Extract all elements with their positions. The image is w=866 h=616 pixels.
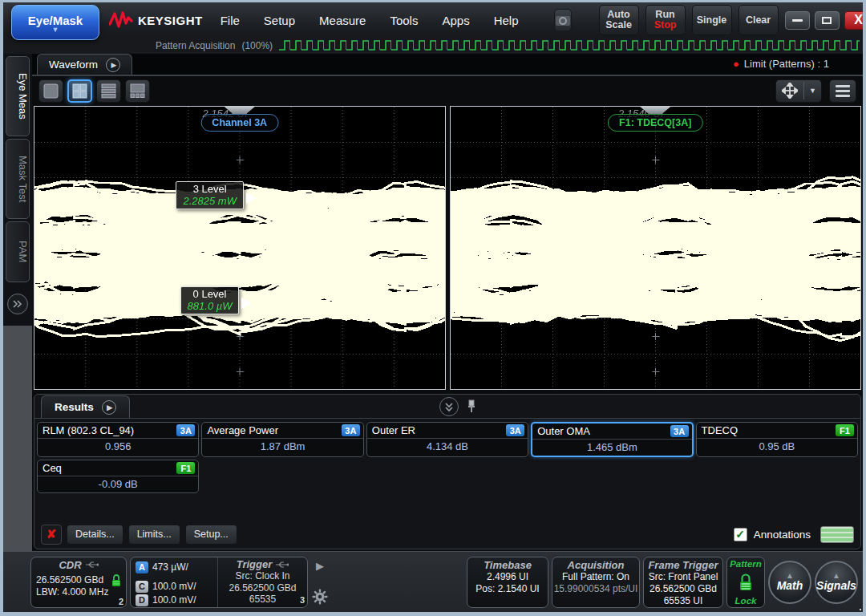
waveform-panel-left[interactable]: 2.1542 UI Channel 3A 3 Level 2.2825 mW 0…	[34, 106, 446, 390]
level3-annotation[interactable]: 3 Level 2.2825 mW	[176, 181, 243, 209]
limits-button[interactable]: Limits...	[128, 525, 180, 545]
mode-selector-button[interactable]: Eye/Mask ▼	[11, 5, 99, 40]
menu-setup[interactable]: Setup	[264, 14, 295, 27]
details-button[interactable]: Details...	[67, 525, 123, 545]
channel-c-badge: C	[136, 581, 148, 593]
measurement-value: 1.465 dBm	[532, 440, 691, 456]
menu-measure[interactable]: Measure	[319, 14, 366, 27]
sidebar-filler	[3, 326, 32, 551]
measurement-outer-oma[interactable]: Outer OMA3A 1.465 dBm	[531, 422, 693, 457]
channels-trigger-panel[interactable]: A 473 µW/ C 100.0 mV/ D 100.0 mV/ Trigge…	[130, 557, 308, 608]
cdr-symbol-rate: 26.562500 GBd	[36, 574, 121, 586]
single-button[interactable]: Single	[692, 5, 732, 35]
trigger-title: Trigger	[237, 559, 273, 571]
pattern-acquisition-percent: (100%)	[241, 40, 273, 51]
results-action-row: ✘ Details... Limits... Setup... ✓ Annota…	[34, 520, 860, 549]
acquisition-title: Acquisition	[552, 557, 639, 571]
waveform-tab-label: Waveform	[49, 59, 98, 71]
menu-apps[interactable]: Apps	[442, 14, 469, 27]
level0-title: 0 Level	[188, 288, 233, 300]
play-circle-icon[interactable]: ▶	[106, 58, 120, 72]
expand-panel-button[interactable]: ▶	[316, 560, 324, 572]
pan-tool-button[interactable]: ▼	[775, 79, 822, 103]
math-button[interactable]: ▲ Math	[768, 561, 811, 604]
auto-scale-button[interactable]: Auto Scale	[599, 5, 639, 35]
tab-results[interactable]: Results ▶	[41, 395, 130, 418]
annotations-checkbox[interactable]: ✓	[734, 528, 747, 541]
channel-row-d[interactable]: D 100.0 mV/	[136, 594, 217, 607]
sidebar-tab-mask-test[interactable]: Mask Test	[6, 139, 30, 219]
tab-waveform[interactable]: Waveform ▶	[37, 54, 132, 75]
sidebar-tab-eye-meas[interactable]: Eye Meas	[6, 56, 30, 136]
measurement-label: Average Power	[207, 424, 278, 436]
frame-trigger-panel[interactable]: Frame Trigger Src: Front Panel 26.562500…	[643, 557, 723, 608]
clear-label: Clear	[746, 15, 771, 26]
measurement-outer-er[interactable]: Outer ER3A 4.134 dB	[366, 422, 528, 457]
panel-menu-button[interactable]	[829, 79, 856, 103]
minimize-button[interactable]	[785, 11, 810, 30]
results-pin-button[interactable]	[467, 399, 476, 413]
level3-title: 3 Level	[183, 183, 236, 195]
results-collapse-button[interactable]	[439, 397, 459, 416]
layout-mixed-button[interactable]	[125, 79, 150, 103]
menu-tools[interactable]: Tools	[390, 14, 418, 27]
measurement-rlm[interactable]: RLM (802.3 CL_94)3A 0.956	[37, 422, 199, 457]
source-badge: 3A	[176, 424, 195, 436]
results-play-circle-icon[interactable]: ▶	[102, 400, 116, 415]
eye-diagram-right[interactable]	[451, 107, 861, 389]
channel-row-c[interactable]: C 100.0 mV/	[136, 580, 217, 594]
signals-button[interactable]: ▲ Signals	[815, 561, 858, 604]
measurement-average-power[interactable]: Average Power3A 1.87 dBm	[201, 422, 363, 457]
measurement-ceq[interactable]: CeqF1 -0.09 dB	[37, 460, 199, 493]
channel-row-a[interactable]: A 473 µW/	[136, 561, 217, 574]
measurement-value: 1.87 dBm	[202, 439, 362, 455]
measurement-tdecq[interactable]: TDECQF1 0.95 dB	[696, 422, 858, 457]
gear-icon[interactable]	[312, 589, 328, 605]
chevron-double-down-icon	[443, 402, 455, 412]
source-badge: 3A	[342, 424, 360, 436]
pattern-lock-panel[interactable]: Pattern Lock	[726, 557, 765, 608]
camera-icon	[555, 14, 571, 26]
clear-button[interactable]: Clear	[739, 5, 779, 35]
minimize-icon	[792, 19, 803, 22]
timebase-panel[interactable]: Timebase 2.4996 UI Pos: 2.1540 UI	[467, 557, 548, 608]
source-badge: F1	[176, 462, 195, 474]
run-stop-button[interactable]: Run Stop	[645, 5, 686, 35]
layout-quad-button[interactable]	[67, 79, 92, 103]
delete-measurement-button[interactable]: ✘	[41, 525, 62, 545]
screenshot-button[interactable]	[554, 9, 572, 31]
trigger-section[interactable]: Trigger Src: Clock In 26.562500 GBd 6553…	[217, 557, 307, 607]
source-label-f1-tdecq[interactable]: F1: TDECQ[3A]	[608, 114, 702, 132]
pattern-acquisition-label: Pattern Acquisition	[156, 40, 235, 51]
menu-file[interactable]: File	[221, 14, 240, 27]
pan-tool-dropdown[interactable]: ▼	[804, 87, 821, 95]
menu-help[interactable]: Help	[494, 14, 519, 27]
limit-status-dot: ●	[733, 58, 739, 70]
close-button[interactable]: X	[844, 11, 866, 30]
setup-button[interactable]: Setup...	[185, 525, 237, 545]
mode-selector-label: Eye/Mask	[28, 14, 83, 27]
usb-icon	[86, 561, 99, 568]
level0-annotation[interactable]: 0 Level 881.0 µW	[180, 286, 240, 314]
trigger-pattern-length: 65535	[218, 594, 307, 606]
resize-grip[interactable]	[860, 609, 861, 610]
annotations-color-button[interactable]	[820, 526, 854, 543]
layout-single-button[interactable]	[38, 79, 63, 103]
cdr-lock-icon	[111, 573, 122, 587]
source-label-channel-3a[interactable]: Channel 3A	[200, 114, 278, 132]
title-bar: Eye/Mask ▼ KEYSIGHT File Setup Measure T…	[3, 2, 863, 38]
frame-trigger-source: Src: Front Panel	[644, 571, 722, 583]
measurement-value: 0.956	[38, 439, 198, 455]
results-header: Results ▶	[34, 395, 860, 419]
sidebar-expand-button[interactable]	[7, 294, 28, 314]
waveform-panel-right[interactable]: 2.1540 UI F1: TDECQ[3A]	[450, 106, 862, 390]
eye-diagram-left[interactable]	[34, 107, 445, 389]
layout-rows-button[interactable]	[96, 79, 121, 103]
pattern-label: Pattern	[730, 559, 762, 569]
acquisition-panel[interactable]: Acquisition Full Pattern: On 15.99000534…	[552, 557, 640, 608]
sidebar-tab-pam[interactable]: PAM	[6, 221, 30, 282]
maximize-button[interactable]	[815, 11, 840, 30]
cdr-panel[interactable]: CDR 26.562500 GBd LBW: 4.000 MHz 2	[30, 557, 127, 608]
single-label: Single	[697, 15, 727, 26]
hamburger-icon	[836, 85, 850, 87]
